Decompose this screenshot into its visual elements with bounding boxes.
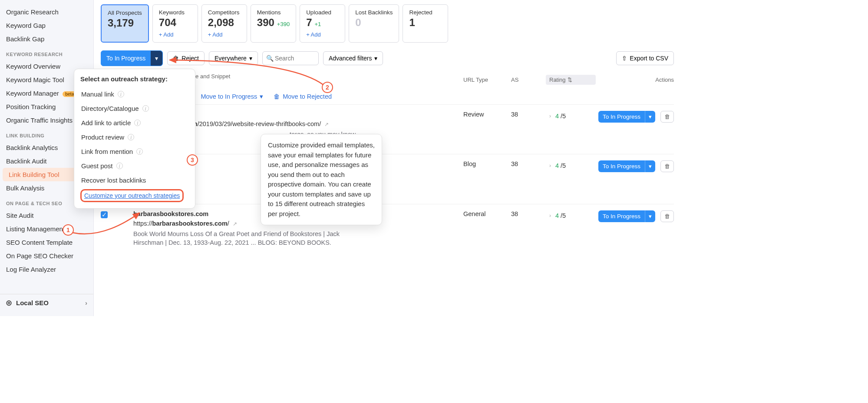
table-row: ✓ barbarasbookstores.com https://barbara…	[101, 204, 674, 253]
row-delete-button[interactable]: 🗑	[660, 111, 674, 123]
reject-button[interactable]: 🗑 Reject	[167, 51, 205, 65]
row-as: 38	[511, 111, 546, 118]
chevron-down-icon: ▾	[249, 55, 252, 62]
stat-card-competitors[interactable]: Competitors 2,098 + Add	[201, 4, 247, 43]
option-add-link-to-article[interactable]: Add link to articlei	[80, 116, 189, 130]
sidebar-item-keyword-gap[interactable]: Keyword Gap	[0, 19, 93, 32]
customize-outreach-link[interactable]: Customize your outreach strategies	[80, 189, 184, 202]
row-action-dropdown[interactable]: ▾	[645, 160, 655, 172]
everywhere-dropdown[interactable]: Everywhere ▾	[209, 51, 258, 65]
row-snippet: Book World Mourns Loss Of a Great Poet a…	[133, 230, 359, 247]
main-content: All Prospects 3,179 Keywords 704 + Add C…	[93, 0, 681, 316]
option-recover-lost-backlinks[interactable]: Recover lost backlinks	[80, 173, 189, 187]
info-icon[interactable]: i	[118, 91, 124, 97]
stat-card-uploaded[interactable]: Uploaded 7+1 + Add	[300, 4, 345, 43]
info-icon[interactable]: i	[116, 163, 123, 169]
row-delete-button[interactable]: 🗑	[660, 160, 674, 172]
sidebar-item-onpage-seo-checker[interactable]: On Page SEO Checker	[0, 249, 93, 263]
sidebar-item-log-file-analyzer[interactable]: Log File Analyzer	[0, 263, 93, 276]
row-delete-button[interactable]: 🗑	[660, 210, 674, 222]
add-competitors-link[interactable]: + Add	[208, 31, 241, 38]
row-rating: 4/5	[555, 212, 566, 219]
column-url-type[interactable]: URL Type	[463, 77, 511, 83]
option-manual-link[interactable]: Manual linki	[80, 87, 189, 101]
sidebar-item-listing-management[interactable]: Listing Management	[0, 222, 93, 236]
stat-card-keywords[interactable]: Keywords 704 + Add	[152, 4, 198, 43]
info-icon[interactable]: i	[142, 105, 149, 112]
column-actions: Actions	[596, 77, 674, 83]
upload-icon: ⇧	[622, 55, 627, 62]
row-url-type: Blog	[463, 160, 511, 167]
row-action-dropdown[interactable]: ▾	[645, 111, 655, 123]
column-rating[interactable]: Rating⇅	[546, 75, 596, 85]
stat-card-all-prospects[interactable]: All Prospects 3,179	[101, 4, 149, 43]
stat-card-rejected[interactable]: Rejected 1	[403, 4, 448, 43]
external-link-icon[interactable]: ↗	[233, 221, 237, 227]
chevron-right-icon[interactable]: ›	[549, 113, 551, 119]
chevron-down-icon[interactable]: ▾	[151, 51, 162, 66]
row-to-in-progress-button[interactable]: To In Progress	[598, 210, 645, 222]
sort-icon: ⇅	[568, 77, 572, 83]
outreach-strategy-dropdown[interactable]: Select an outreach strategy: Manual link…	[74, 69, 195, 209]
stat-card-mentions[interactable]: Mentions 390+390	[251, 4, 296, 43]
to-in-progress-button[interactable]: To In Progress ▾	[101, 50, 163, 66]
row-domain-title[interactable]: om	[168, 111, 463, 118]
customize-tooltip: Customize provided email templates, save…	[261, 134, 382, 225]
move-to-in-progress-link[interactable]: Move to In Progress ▾	[201, 93, 263, 100]
add-uploaded-link[interactable]: + Add	[306, 31, 339, 38]
annotation-1: 1	[63, 224, 74, 236]
add-keywords-link[interactable]: + Add	[159, 31, 191, 38]
row-rating: 4/5	[555, 162, 566, 169]
sidebar-item-site-audit[interactable]: Site Audit	[0, 209, 93, 222]
chevron-right-icon[interactable]: ›	[549, 213, 551, 219]
info-icon[interactable]: i	[134, 120, 141, 126]
trash-icon: 🗑	[173, 55, 179, 62]
sidebar-item-seo-content-template[interactable]: SEO Content Template	[0, 236, 93, 249]
sidebar-item-organic-research[interactable]: Organic Research	[0, 5, 93, 19]
annotation-2: 2	[322, 82, 333, 93]
option-product-review[interactable]: Product reviewi	[80, 130, 189, 144]
row-as: 38	[511, 160, 546, 167]
row-checkbox[interactable]: ✓	[101, 211, 108, 218]
chevron-right-icon[interactable]: ›	[549, 163, 551, 169]
toolbar: To In Progress ▾ 🗑 Reject Everywhere ▾ 🔍…	[101, 50, 674, 66]
target-icon: ◎	[6, 299, 12, 306]
chevron-down-icon: ▾	[260, 93, 263, 100]
advanced-filters-button[interactable]: Advanced filters ▾	[323, 51, 383, 65]
column-url[interactable]: RL Example and Snippet	[168, 73, 463, 80]
row-as: 38	[511, 210, 546, 217]
dropdown-header: Select an outreach strategy:	[80, 75, 189, 83]
option-link-from-mention[interactable]: Link from mentioni	[80, 144, 189, 159]
trash-icon: 🗑	[274, 93, 280, 100]
row-to-in-progress-button[interactable]: To In Progress	[598, 111, 645, 123]
info-icon[interactable]: i	[128, 134, 134, 140]
stat-cards: All Prospects 3,179 Keywords 704 + Add C…	[101, 4, 674, 43]
search-icon: 🔍	[266, 55, 274, 62]
option-directory-catalogue[interactable]: Directory/Cataloguei	[80, 101, 189, 116]
annotation-3: 3	[187, 154, 198, 166]
row-action-dropdown[interactable]: ▾	[645, 210, 655, 222]
sidebar-section-keyword-research: KEYWORD RESEARCH	[0, 46, 93, 60]
chevron-down-icon: ▾	[374, 55, 377, 62]
option-guest-post[interactable]: Guest posti	[80, 159, 189, 173]
column-as[interactable]: AS	[511, 77, 546, 83]
info-icon[interactable]: i	[136, 148, 143, 155]
sidebar-item-local-seo[interactable]: ◎ Local SEO ›	[0, 294, 93, 311]
external-link-icon[interactable]: ↗	[324, 121, 329, 127]
stat-card-lost-backlinks[interactable]: Lost Backlinks 0	[349, 4, 399, 43]
row-to-in-progress-button[interactable]: To In Progress	[598, 160, 645, 172]
row-url[interactable]: ooks.com/2019/03/29/website-review-thrif…	[168, 120, 463, 127]
move-to-rejected-link[interactable]: 🗑 Move to Rejected	[274, 93, 332, 100]
sidebar-item-backlink-gap[interactable]: Backlink Gap	[0, 32, 93, 46]
row-rating: 4/5	[555, 113, 566, 120]
row-url-type: Review	[463, 111, 511, 118]
chevron-right-icon: ›	[85, 299, 87, 306]
row-url-type: General	[463, 210, 511, 217]
export-csv-button[interactable]: ⇧ Export to CSV	[616, 51, 674, 65]
